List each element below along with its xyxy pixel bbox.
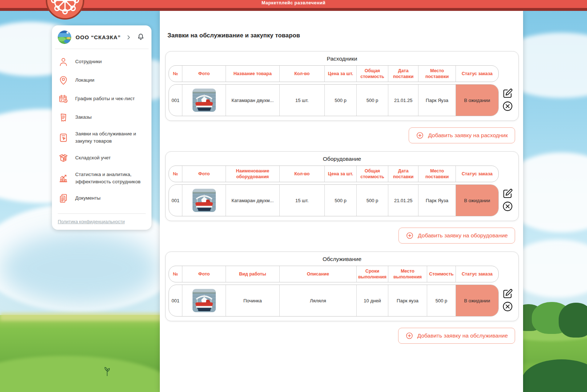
table-cell: 500 р (357, 185, 388, 216)
column-header: Название товара (226, 66, 280, 82)
sidebar-item-label: Статистика и аналитика, эффективность со… (75, 171, 146, 186)
top-header-bar: Маркетплейс развлечений (0, 0, 587, 8)
column-header: Дата поставки (388, 66, 418, 82)
box-icon (58, 152, 69, 164)
add-equipment-request-button[interactable]: Добавить заявку на оборудование (398, 228, 515, 244)
horizon-band (0, 313, 167, 321)
sidebar-item-label: Сотрудники (75, 58, 102, 65)
add-maintenance-request-button[interactable]: Добавить заявку на обслуживание (398, 328, 515, 344)
edit-request-button[interactable] (502, 88, 513, 99)
sidebar-item-label: График работы и чек-лист (75, 95, 135, 102)
column-header: Общая стоимость (357, 166, 388, 182)
table-header-row: №ФотоНазвание товараКол-воЦена за шт.Общ… (169, 65, 499, 82)
sidebar-nav: Сотрудники Локации График работы и чек (52, 51, 151, 208)
column-header: Фото (182, 266, 226, 282)
calendar-clock-icon (58, 93, 69, 105)
table-row: 001 ПочинкаЛяляля10 днейПарк яуза500 рВ … (169, 285, 499, 317)
sidebar-item-label: Локации (75, 77, 94, 84)
plus-circle-icon (416, 131, 424, 139)
column-header: Фото (182, 66, 226, 82)
sidebar-item-schedule[interactable]: График работы и чек-лист (58, 90, 146, 108)
table-cell: Починка (226, 285, 280, 316)
sidebar-item-documents[interactable]: Документы (58, 189, 146, 208)
row-actions (502, 188, 513, 212)
sidebar-item-employees[interactable]: Сотрудники (58, 53, 146, 71)
table-cell: 15 шт. (280, 85, 325, 116)
sidebar-footer: Политика конфиденциальности (58, 213, 146, 225)
table-cell: Парк Яуза (418, 85, 456, 116)
table-cell: Ляляля (280, 285, 357, 316)
column-header: Место поставвки (418, 166, 456, 182)
table-cell: 15 шт. (280, 185, 325, 216)
table-header-row: №ФотоВид работыОписаниеСроки выполненияМ… (169, 266, 499, 282)
table-cell: 21.01.25 (388, 85, 418, 116)
column-header: № (169, 266, 182, 282)
company-name: ООО “СКАЗКА” (76, 34, 121, 40)
row-actions (502, 88, 513, 112)
column-header: Дата поставки (388, 166, 418, 182)
page-title: Заявки на обслуживание и закупку товаров (167, 32, 519, 39)
table-cell: Парк яуза (388, 285, 427, 316)
edit-request-button[interactable] (502, 188, 513, 199)
sidebar-item-analytics[interactable]: Статистика и аналитика, эффективность со… (58, 167, 146, 189)
request-doc-icon (58, 132, 69, 143)
app-title: Маркетплейс развлечений (262, 0, 325, 6)
plus-circle-icon (405, 332, 413, 340)
main-content-panel: Заявки на обслуживание и закупку товаров… (160, 11, 523, 392)
status-badge: В ожидании (456, 285, 498, 316)
sidebar-item-warehouse[interactable]: Складской учет (58, 149, 146, 167)
table-cell: 001 (169, 85, 182, 116)
column-header: Место выполнения (388, 266, 427, 282)
documents-icon (58, 193, 69, 204)
cancel-request-button[interactable] (502, 101, 513, 112)
sidebar-item-service-requests[interactable]: Заявки на обслуживание и закупку товаров (58, 127, 146, 149)
table-cell: 500 р (357, 85, 388, 116)
table-row: 001 Катамаран двухм...15 шт.500 р500 р21… (169, 84, 499, 116)
cancel-request-button[interactable] (502, 201, 513, 212)
cancel-request-button[interactable] (502, 301, 513, 312)
table-header-row: №ФотоНаименование оборудованияКол-воЦена… (169, 166, 499, 182)
maintenance-card: Обслуживание №ФотоВид работыОписаниеСрок… (165, 252, 519, 321)
column-header: Стоимость (427, 266, 456, 282)
table-cell: 21.01.25 (388, 185, 418, 216)
section-title: Расходники (169, 56, 515, 62)
sidebar-item-label: Заявки на обслуживание и закупку товаров (75, 130, 146, 145)
column-header: № (169, 166, 182, 182)
plus-circle-icon (406, 232, 414, 240)
sidebar-item-label: Документы (75, 195, 101, 202)
chevron-right-icon (126, 34, 131, 40)
consumables-card: Расходники №ФотоНазвание товараКол-воЦен… (165, 51, 519, 121)
row-actions (502, 288, 513, 312)
column-header: Общая стоимость (357, 66, 388, 82)
tree (559, 303, 587, 338)
table-cell: Катамаран двухм... (226, 185, 280, 216)
notifications-bell-icon[interactable] (137, 33, 145, 41)
header-divider (0, 8, 587, 11)
table-cell: 500 р (325, 85, 357, 116)
column-header: Кол-во (280, 166, 325, 182)
status-badge: В ожидании (456, 185, 498, 216)
sidebar-item-label: Заказы (75, 114, 92, 121)
column-header: Фото (182, 166, 226, 182)
sidebar-item-locations[interactable]: Локации (58, 71, 146, 90)
chart-icon (58, 172, 69, 184)
column-header: Место поставвки (418, 66, 456, 82)
table-cell: 001 (169, 285, 182, 316)
edit-request-button[interactable] (502, 288, 513, 299)
column-header: Статус заказа (456, 266, 498, 282)
add-consumable-request-button[interactable]: Добавить заявку на расходник (409, 127, 515, 143)
product-photo (182, 285, 226, 316)
column-header: Вид работы (226, 266, 280, 282)
ferris-wheel-logo[interactable] (46, 0, 84, 20)
column-header: Цена за шт. (325, 166, 357, 182)
equipment-card: Оборудование №ФотоНаименование оборудова… (165, 151, 519, 221)
company-profile[interactable]: ООО “СКАЗКА” (52, 25, 151, 49)
table-row: 001 Катамаран двухм...15 шт.500 р500 р21… (169, 184, 499, 216)
product-photo (182, 185, 226, 216)
column-header: Описание (280, 266, 357, 282)
column-header: № (169, 66, 182, 82)
sidebar-item-orders[interactable]: Заказы (58, 108, 146, 127)
privacy-policy-link[interactable]: Политика конфиденциальности (58, 219, 125, 224)
table-cell: Катамаран двухм... (226, 85, 280, 116)
sidebar-item-label: Складской учет (75, 154, 111, 162)
